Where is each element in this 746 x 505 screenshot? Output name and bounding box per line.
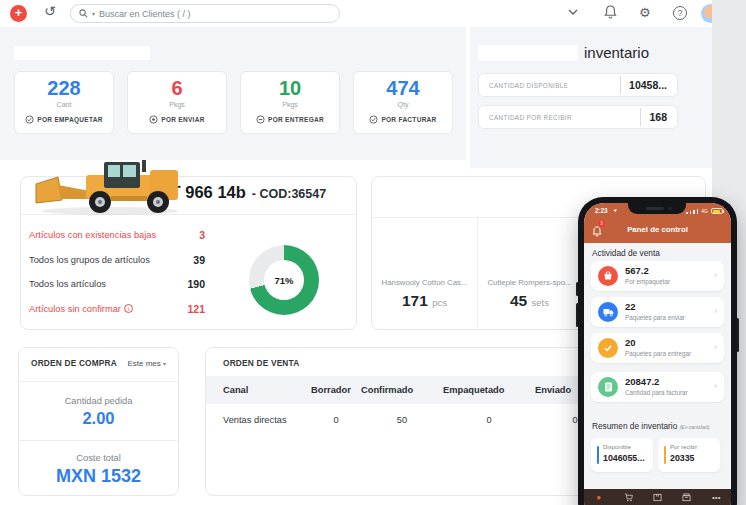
- metric-label: Coste total: [19, 453, 178, 463]
- phone-section-title: Resumen de inventario (En cantidad): [592, 421, 709, 431]
- stat-card-por-empaquetar[interactable]: 228 Cant POR EMPAQUETAR: [14, 71, 114, 134]
- truck-icon: [598, 302, 618, 322]
- cell-channel: Ventas directas: [223, 415, 311, 425]
- item-name: Hanswooly Cotton Cas...: [372, 278, 477, 287]
- inventory-row-value: 168: [640, 108, 677, 126]
- column-header: Confirmado: [361, 385, 443, 395]
- accent-bar: [664, 446, 666, 464]
- chevron-down-icon[interactable]: [568, 9, 578, 16]
- invoice-icon: [598, 377, 618, 397]
- chevron-down-icon: ▾: [163, 361, 166, 367]
- activity-card-facturar[interactable]: 20847.2 Cantidad para facturar ›: [591, 372, 724, 402]
- package-icon: [598, 266, 618, 286]
- activity-card-enviar[interactable]: 22 Paquetes para enviar ›: [591, 297, 724, 327]
- top-bar: + ↺ ▾ Buscar en Clientes ( / ) ⚙ ?: [0, 0, 746, 27]
- inventory-row-value: 10458...: [620, 76, 677, 94]
- activity-card-entregar[interactable]: 20 Paquetes para entregar ›: [591, 333, 724, 363]
- donut-chart: 71%: [249, 245, 319, 315]
- stat-card-por-entregar[interactable]: 10 Pkgs POR ENTREGAR: [240, 71, 340, 134]
- nav-item-sales-orders[interactable]: Órdenes de venta: [614, 493, 642, 505]
- accent-bar: [597, 446, 599, 464]
- nav-item-dashboard[interactable]: ●Panel de control: [585, 493, 613, 505]
- summary-label: Por recibir: [670, 444, 697, 450]
- stat-value: 228: [15, 77, 113, 100]
- nav-item-items[interactable]: Artículos: [673, 493, 701, 505]
- recent-history-icon[interactable]: ↺: [44, 3, 56, 19]
- list-item[interactable]: Todos los grupos de artículos39: [29, 248, 205, 273]
- item-name: Cutlepie Rompers-spo...: [477, 278, 582, 287]
- column-header: Empaquetado: [443, 385, 535, 395]
- inventory-available-box[interactable]: CANTIDAD DISPONIBLE 10458...: [478, 73, 678, 97]
- summary-label: Disponible: [603, 444, 631, 450]
- nav-item-packages[interactable]: Paquetes: [643, 493, 671, 505]
- search-icon: [79, 9, 88, 18]
- stat-label: POR ENVIAR: [161, 116, 204, 123]
- activity-label: Cantidad para facturar: [625, 389, 688, 396]
- more-dots-icon: •••: [702, 493, 730, 503]
- chevron-right-icon: ›: [714, 381, 717, 391]
- activity-label: Paquetes para enviar: [625, 314, 685, 321]
- target-circle-icon: [149, 115, 158, 124]
- stat-value: 6: [128, 77, 226, 100]
- archive-icon: [673, 493, 701, 503]
- cell-value: 50: [361, 415, 443, 425]
- cart-icon: [614, 493, 642, 503]
- phone-screen: 2:23 ➤ 4G 3 Panel de control Actividad d…: [584, 203, 731, 505]
- cell-value: 0: [443, 415, 535, 425]
- help-icon[interactable]: ?: [673, 6, 687, 20]
- chevron-right-icon: ›: [714, 342, 717, 352]
- metric-value: 2.00: [19, 409, 178, 428]
- search-scope-caret: ▾: [92, 10, 95, 17]
- stat-unit: Cant: [15, 101, 113, 108]
- stat-label: POR ENTREGAR: [268, 116, 324, 123]
- stat-unit: Qty: [354, 101, 452, 108]
- notifications-bell-icon[interactable]: [604, 5, 617, 19]
- item-unit: sets: [532, 297, 549, 308]
- add-new-button[interactable]: +: [10, 5, 27, 22]
- top-item[interactable]: Hanswooly Cotton Cas... 171 pcs: [372, 217, 477, 328]
- phone-clock: 2:23: [595, 207, 608, 214]
- stat-value: 474: [354, 77, 452, 100]
- summary-value: 20335: [670, 453, 694, 463]
- activity-label: Paquetes para entregar: [625, 350, 691, 357]
- stat-label: POR FACTURAR: [381, 116, 436, 123]
- activity-value: 567.2: [625, 265, 649, 276]
- section-suffix: (En cantidad): [680, 424, 710, 430]
- item-unit: pcs: [432, 297, 447, 308]
- nav-item-more[interactable]: •••Más: [702, 493, 730, 505]
- stat-card-por-facturar[interactable]: 474 Qty POR FACTURAR: [353, 71, 453, 134]
- summary-value: 1046055...: [603, 453, 645, 463]
- stat-card-por-enviar[interactable]: 6 Pkgs POR ENVIAR: [127, 71, 227, 134]
- summary-card-disponible[interactable]: Disponible 1046055...: [591, 438, 653, 472]
- info-icon[interactable]: i: [124, 304, 133, 313]
- list-item[interactable]: Todos los artículos190: [29, 272, 205, 297]
- inventory-to-receive-box[interactable]: CANTIDAD POR RECIBIR 168: [478, 105, 678, 129]
- divider: [19, 440, 178, 441]
- inventory-title: inventario: [584, 44, 649, 61]
- product-code: - COD:36547: [252, 187, 326, 201]
- list-item[interactable]: Artículos con existencias bajas3: [29, 223, 205, 248]
- search-input[interactable]: ▾ Buscar en Clientes ( / ): [70, 4, 340, 23]
- item-qty: 171: [402, 292, 428, 309]
- card-title: ORDEN DE COMPRA: [31, 358, 117, 368]
- list-item[interactable]: Artículos sin confirmari121: [29, 297, 205, 322]
- period-dropdown[interactable]: Este mes ▾: [127, 359, 166, 368]
- stat-unit: Pkgs: [128, 101, 226, 108]
- redacted-title-block: [478, 45, 578, 61]
- phone-mockup: 2:23 ➤ 4G 3 Panel de control Actividad d…: [578, 197, 737, 505]
- chevron-right-icon: ›: [714, 306, 717, 316]
- settings-gear-icon[interactable]: ⚙: [639, 5, 651, 20]
- purchase-order-card: ORDEN DE COMPRA Este mes ▾ Cantidad pedi…: [18, 347, 179, 496]
- column-header: Canal: [223, 385, 311, 395]
- stat-unit: Pkgs: [241, 101, 339, 108]
- activity-card-empaquetar[interactable]: 567.2 Por empaquetar ›: [591, 261, 724, 291]
- dashboard-page: + ↺ ▾ Buscar en Clientes ( / ) ⚙ ? 228 C…: [0, 0, 746, 505]
- summary-card-por-recibir[interactable]: Por recibir 20335: [658, 438, 720, 472]
- check-icon: [598, 338, 618, 358]
- divider: [19, 381, 178, 382]
- phone-bottom-nav: ●Panel de control Órdenes de venta Paque…: [584, 489, 731, 505]
- stat-value: 10: [241, 77, 339, 100]
- check-circle-icon: [369, 115, 378, 124]
- top-item[interactable]: Cutlepie Rompers-spo... 45 sets: [477, 217, 582, 328]
- inventory-row-label: CANTIDAD POR RECIBIR: [479, 114, 640, 121]
